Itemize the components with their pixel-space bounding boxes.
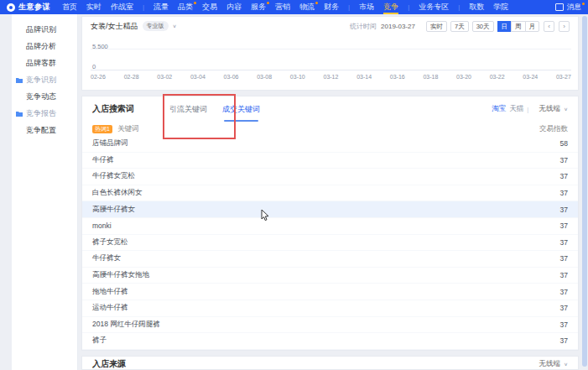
- nav-item[interactable]: 内容: [226, 0, 242, 14]
- source-option[interactable]: 天猫: [509, 104, 523, 114]
- keyword-cell[interactable]: monki: [92, 221, 112, 230]
- sidebar-item[interactable]: 竞争报告: [12, 105, 77, 122]
- nav-item[interactable]: 交易: [202, 0, 217, 14]
- granularity-toggle: 日周月: [498, 21, 540, 32]
- terminal-select[interactable]: 无线端: [539, 359, 560, 369]
- nav-item[interactable]: 竞争: [383, 0, 398, 14]
- nav-item[interactable]: 实时: [86, 0, 101, 14]
- value-cell: 37: [560, 221, 568, 230]
- table-row[interactable]: 牛仔裤 37: [82, 153, 578, 169]
- sidebar-item-label: 竞争报告: [26, 108, 56, 119]
- keyword-cell[interactable]: 高腰牛仔裤女拖地: [92, 270, 149, 280]
- app-logo[interactable]: 生意参谋: [7, 2, 50, 13]
- keyword-cell[interactable]: 运动牛仔裤: [92, 303, 128, 313]
- sidebar-item[interactable]: 品牌分析: [12, 38, 77, 55]
- source-option[interactable]: 淘宝: [492, 104, 506, 114]
- value-cell: 37: [560, 172, 568, 180]
- sidebar-item[interactable]: 竞争配置: [12, 122, 77, 138]
- table-row[interactable]: 白色长裤休闲女 37: [82, 185, 578, 202]
- nav-item[interactable]: 物流: [299, 0, 315, 14]
- chevron-down-icon[interactable]: ∨: [564, 107, 568, 112]
- table-row[interactable]: 运动牛仔裤 37: [82, 300, 578, 317]
- table-row[interactable]: 牛仔裤女 37: [82, 251, 578, 268]
- app-logo-icon: [7, 3, 15, 12]
- granularity-button[interactable]: 日: [497, 21, 513, 32]
- keyword-cell[interactable]: 白色长裤休闲女: [92, 188, 143, 198]
- keyword-cell[interactable]: 牛仔裤女宽松: [92, 171, 135, 181]
- x-axis-tick: 03-22: [490, 74, 505, 80]
- x-axis-tick: 03-06: [224, 74, 239, 80]
- folder-icon: [16, 111, 23, 117]
- table-row[interactable]: 高腰牛仔裤女拖地 37: [82, 268, 578, 284]
- range-button[interactable]: 7天: [450, 21, 469, 32]
- table-row[interactable]: 裤子 37: [82, 333, 578, 350]
- sources-section-header: 入店来源 无线端 ∨: [82, 357, 578, 370]
- sidebar-item-label: 品牌识别: [26, 24, 56, 35]
- nav-item[interactable]: |: [408, 0, 409, 14]
- sidebar-item[interactable]: 竞争识别: [12, 71, 77, 88]
- x-axis-tick: 03-04: [190, 74, 206, 80]
- keyword-cell[interactable]: 拖地牛仔裤: [92, 287, 128, 297]
- table-row[interactable]: 2018 网红牛仔阔腿裤 37: [82, 317, 578, 334]
- keyword-tab[interactable]: 成交关键词: [222, 104, 260, 115]
- table-row[interactable]: 裤子女宽松 37: [82, 235, 578, 252]
- folder-icon: [16, 77, 23, 83]
- chevron-down-icon[interactable]: ∨: [564, 361, 568, 366]
- x-axis-line: [91, 70, 571, 70]
- nav-item[interactable]: |: [143, 0, 144, 14]
- keyword-tab[interactable]: 引流关键词: [169, 104, 207, 115]
- chevron-down-icon[interactable]: ∨: [173, 23, 177, 29]
- section-title: 入店来源: [92, 358, 126, 370]
- keyword-cell[interactable]: 高腰牛仔裤女: [92, 205, 135, 215]
- keyword-cell[interactable]: 牛仔裤女: [92, 253, 121, 263]
- x-axis-tick: 03-08: [257, 74, 272, 80]
- sidebar-item[interactable]: 品牌客群: [12, 55, 77, 71]
- table-row[interactable]: 店铺品牌词 58: [82, 136, 578, 153]
- table-row[interactable]: 牛仔裤女宽松 37: [82, 169, 578, 185]
- table-row[interactable]: 拖地牛仔裤 37: [82, 284, 578, 300]
- value-cell: 37: [560, 254, 568, 263]
- range-button[interactable]: 30天: [472, 21, 494, 32]
- nav-item[interactable]: 市场: [359, 0, 374, 14]
- granularity-button[interactable]: 周: [511, 21, 526, 32]
- messages-label: 消息: [567, 3, 581, 13]
- prev-button[interactable]: ‹: [544, 21, 554, 32]
- terminal-select[interactable]: 无线端: [539, 104, 560, 114]
- keyword-cell[interactable]: 2018 网红牛仔阔腿裤: [92, 320, 160, 330]
- search-keywords-card: 入店搜索词 引流关键词成交关键词 淘宝天猫 | 无线端 ∨ 热词1 关键词 交易…: [81, 96, 579, 351]
- nav-item[interactable]: 流量: [154, 0, 169, 14]
- nav-item[interactable]: 首页: [62, 0, 77, 14]
- keyword-cell[interactable]: 牛仔裤: [92, 155, 114, 165]
- nav-item[interactable]: 营销: [275, 0, 290, 14]
- x-axis-tick: 03-12: [323, 74, 338, 80]
- sidebar-item-label: 竞争配置: [26, 125, 56, 136]
- vertical-scrollbar[interactable]: [582, 16, 587, 367]
- nav-item[interactable]: 业务专区: [419, 0, 449, 14]
- sidebar-item[interactable]: 品牌识别: [12, 21, 77, 38]
- nav-item[interactable]: 取数: [469, 0, 484, 14]
- nav-item[interactable]: |: [458, 0, 460, 14]
- nav-item[interactable]: 财务: [324, 0, 339, 14]
- next-button[interactable]: ›: [559, 21, 570, 32]
- value-cell: 37: [560, 238, 568, 247]
- table-row[interactable]: 高腰牛仔裤女 37: [82, 201, 578, 218]
- sidebar-item[interactable]: 竞争动态: [12, 88, 77, 105]
- category-label[interactable]: 女装/女士精品: [91, 21, 138, 32]
- date-controls: 统计时间 2019-03-27 实时7天30天 日周月 ‹ ›: [350, 21, 570, 32]
- nav-item[interactable]: 服务: [251, 0, 266, 14]
- nav-item[interactable]: 品类: [178, 0, 193, 14]
- keyword-cell[interactable]: 裤子女宽松: [92, 237, 128, 248]
- granularity-button[interactable]: 月: [525, 21, 540, 32]
- nav-messages[interactable]: 消息: [555, 3, 581, 13]
- table-row[interactable]: monki 37: [82, 218, 578, 235]
- nav-item[interactable]: |: [348, 0, 350, 14]
- nav-item[interactable]: 学院: [493, 0, 508, 14]
- value-column-header[interactable]: 交易指数: [539, 124, 568, 134]
- trend-chart-card: 女装/女士精品 专业版 ∨ 统计时间 2019-03-27 实时7天30天 日周…: [81, 16, 579, 91]
- pro-version-badge: 专业版: [143, 21, 169, 31]
- mouse-cursor: [261, 210, 270, 221]
- keyword-cell[interactable]: 裤子: [92, 336, 107, 346]
- keyword-cell[interactable]: 店铺品牌词: [92, 138, 128, 149]
- range-button[interactable]: 实时: [426, 21, 447, 32]
- nav-item[interactable]: 作战室: [111, 0, 133, 14]
